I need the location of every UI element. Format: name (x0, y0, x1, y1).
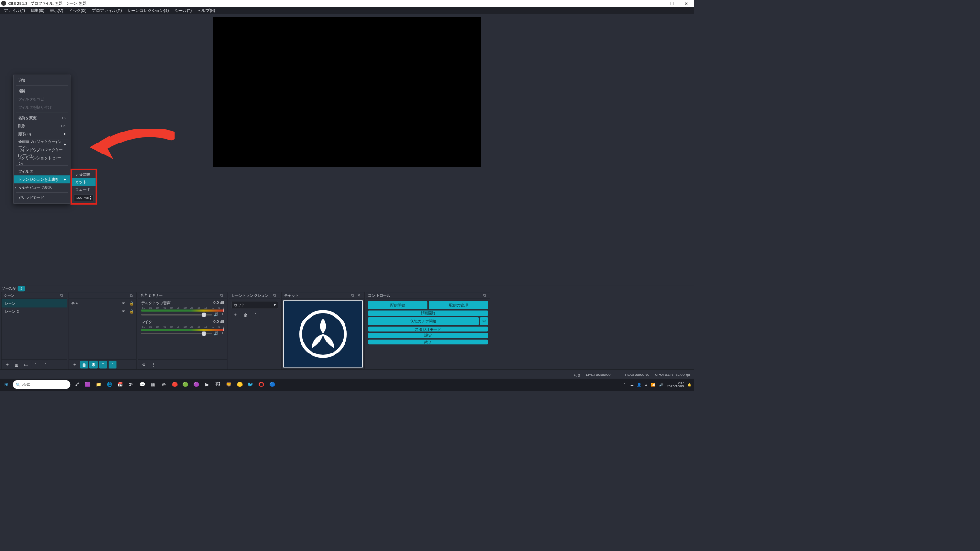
ctx-delete[interactable]: 削除Del (14, 121, 70, 130)
popout-icon[interactable]: ⧉ (130, 293, 134, 298)
lock-icon[interactable]: 🔒 (129, 309, 134, 313)
ctx-override-transition[interactable]: トランジションを上書き▶ (14, 175, 70, 183)
popout-icon[interactable]: ⧉ (483, 293, 488, 298)
tray-wifi-icon[interactable]: 📶 (651, 382, 656, 386)
tray-notification-icon[interactable]: 🔔 (687, 382, 692, 386)
maximize-button[interactable]: ☐ (666, 1, 679, 6)
ctx-rename[interactable]: 名前を変更F2 (14, 113, 70, 121)
tray-onedrive-icon[interactable]: ☁ (630, 382, 634, 386)
add-scene-button[interactable]: ＋ (3, 360, 11, 368)
source-down-button[interactable]: ˅ (109, 360, 117, 368)
transition-menu-button[interactable]: ⋮ (252, 311, 260, 319)
tray-chevron-icon[interactable]: ˄ (624, 382, 626, 386)
scene-filter-button[interactable]: ▭ (22, 360, 30, 368)
taskbar-app-icon[interactable]: 🌐 (105, 380, 114, 389)
scene-up-button[interactable]: ˄ (32, 360, 40, 368)
ctx-show-multiview[interactable]: マルチビューで表示 (14, 183, 70, 191)
start-recording-button[interactable]: 録画開始 (368, 311, 488, 316)
sub-duration-spinner[interactable]: 300 ms ▴▾ (74, 195, 93, 201)
source-row[interactable]: チャ 👁 🔒 (69, 299, 136, 307)
studio-mode-button[interactable]: スタジオモード (368, 327, 488, 332)
mixer-settings-button[interactable]: ⚙ (140, 360, 148, 368)
taskbar-app-icon[interactable]: 💬 (138, 380, 146, 389)
taskbar-app-icon[interactable]: 🔴 (170, 380, 179, 389)
speaker-icon[interactable]: 🔊 (214, 312, 219, 317)
virtualcam-settings-button[interactable]: ⚙ (480, 317, 488, 325)
transition-select[interactable]: カット▾ (231, 301, 278, 309)
ctx-screenshot[interactable]: スクリーンショット (シーン) (14, 156, 70, 165)
channel-menu-icon[interactable]: ⋮ (221, 312, 224, 317)
minimize-button[interactable]: — (652, 1, 666, 6)
menu-edit[interactable]: 編集(E) (28, 7, 46, 14)
taskbar-app-icon[interactable]: 🟡 (235, 380, 244, 389)
popout-icon[interactable]: ⧉ (351, 293, 356, 298)
visibility-icon[interactable]: 👁 (122, 301, 127, 305)
sub-unset[interactable]: 未設定 (72, 171, 96, 178)
tray-volume-icon[interactable]: 🔊 (659, 382, 664, 386)
start-virtualcam-button[interactable]: 仮想カメラ開始 (368, 317, 479, 325)
taskbar-app-icon[interactable]: ▶ (203, 380, 212, 389)
taskbar-app-icon[interactable]: 🟪 (83, 380, 92, 389)
taskbar-app-icon[interactable]: 🖼 (213, 380, 222, 389)
menu-dock[interactable]: ドック(D) (66, 7, 89, 14)
volume-slider[interactable] (141, 333, 212, 334)
add-source-button[interactable]: ＋ (70, 360, 78, 368)
preview-canvas[interactable] (213, 17, 481, 167)
taskbar-app-icon[interactable]: 🐦 (246, 380, 255, 389)
close-button[interactable]: ✕ (679, 1, 692, 6)
menu-file[interactable]: ファイル(F) (1, 7, 28, 14)
scene-down-button[interactable]: ˅ (41, 360, 49, 368)
sub-cut[interactable]: カット (72, 178, 96, 186)
menu-view[interactable]: 表示(V) (47, 7, 66, 14)
delete-source-button[interactable]: 🗑 (80, 360, 88, 368)
menu-scene-collection[interactable]: シーンコレクション(S) (125, 7, 172, 14)
scene-item[interactable]: シーン 2 (2, 307, 67, 315)
visibility-icon[interactable]: 👁 (122, 309, 127, 313)
taskbar-app-icon[interactable]: 📅 (116, 380, 124, 389)
sub-fade[interactable]: フェード (72, 186, 96, 193)
taskbar-app-icon[interactable]: 📁 (94, 380, 103, 389)
taskbar-app-icon[interactable]: ▦ (148, 380, 157, 389)
menu-profile[interactable]: プロファイル(P) (89, 7, 124, 14)
ctx-duplicate[interactable]: 複製 (14, 87, 70, 95)
manage-stream-button[interactable]: 配信の管理 (429, 301, 488, 309)
volume-slider[interactable] (141, 314, 212, 315)
mixer-menu-button[interactable]: ⋮ (149, 360, 157, 368)
delete-scene-button[interactable]: 🗑 (12, 360, 21, 368)
start-button[interactable]: ⊞ (2, 380, 11, 389)
channel-menu-icon[interactable]: ⋮ (221, 331, 224, 336)
lock-icon[interactable]: 🔒 (129, 301, 134, 305)
taskbar-app-icon[interactable]: 🛍 (127, 380, 135, 389)
taskbar-app-icon[interactable]: 🖌 (73, 380, 81, 389)
start-streaming-button[interactable]: 配信開始 (368, 301, 427, 309)
ctx-grid-mode[interactable]: グリッドモード (14, 194, 70, 202)
taskbar-obs-icon[interactable]: ⭕ (257, 380, 266, 389)
menu-help[interactable]: ヘルプ(H) (195, 7, 218, 14)
source-properties-button[interactable]: ⚙ (89, 360, 98, 368)
popout-icon[interactable]: ⧉ (60, 293, 65, 298)
taskbar-app-icon[interactable]: 🟢 (181, 380, 189, 389)
tray-ime-icon[interactable]: A (645, 383, 647, 386)
delete-transition-button[interactable]: 🗑 (241, 311, 249, 319)
popout-icon[interactable]: ⧉ (273, 293, 278, 298)
ctx-filters[interactable]: フィルタ (14, 167, 70, 175)
source-up-button[interactable]: ˄ (99, 360, 107, 368)
taskbar-clock[interactable]: 7:37 2023/10/09 (667, 381, 684, 388)
taskbar-app-icon[interactable]: ⊕ (159, 380, 168, 389)
taskbar-search[interactable]: 🔍 検索 (13, 380, 70, 389)
tray-people-icon[interactable]: 👤 (637, 382, 642, 386)
source-row[interactable]: 👁 🔒 (69, 307, 136, 315)
settings-button[interactable]: 設定 (368, 333, 488, 338)
ctx-add[interactable]: 追加 (14, 76, 70, 84)
taskbar-app-icon[interactable]: 🦁 (224, 380, 233, 389)
add-transition-button[interactable]: ＋ (231, 311, 239, 319)
menu-tools[interactable]: ツール(T) (172, 7, 194, 14)
ctx-order[interactable]: 順序(O)▶ (14, 130, 70, 138)
taskbar-app-icon[interactable]: 🔵 (268, 380, 277, 389)
exit-button[interactable]: 終了 (368, 340, 488, 345)
taskbar-app-icon[interactable]: 🟣 (192, 380, 200, 389)
speaker-icon[interactable]: 🔊 (214, 331, 219, 336)
scene-item[interactable]: シーン (2, 299, 67, 307)
close-icon[interactable]: ✕ (357, 293, 362, 298)
popout-icon[interactable]: ⧉ (220, 293, 225, 298)
